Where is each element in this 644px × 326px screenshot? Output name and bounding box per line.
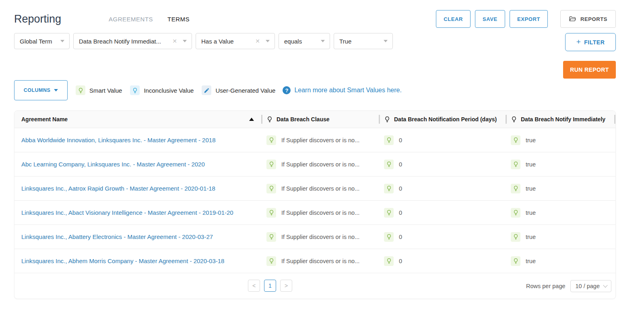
smart-value-icon (511, 208, 520, 218)
agreement-name-link[interactable]: Linksquares Inc., Aatrox Rapid Growth - … (21, 185, 215, 192)
top-bar: Reporting AGREEMENTS TERMS CLEAR SAVE EX… (14, 0, 616, 28)
data-breach-clause-value: If Supplier discovers or is no... (281, 210, 359, 216)
columns-button-label: COLUMNS (24, 87, 51, 93)
table-row: Linksquares Inc., Abact Visionary Intell… (14, 201, 615, 225)
tab-agreements[interactable]: AGREEMENTS (109, 16, 153, 23)
filter-select-value: Has a Value (201, 38, 250, 45)
add-filter-label: FILTER (584, 39, 605, 46)
agreement-name-link[interactable]: Abc Learning Company, Linksquares Inc. -… (21, 161, 205, 168)
notification-period-value: 0 (399, 137, 402, 143)
lightbulb-icon (76, 85, 85, 95)
add-filter-button[interactable]: FILTER (565, 33, 616, 51)
legend-item-label: Inconclusive Value (144, 87, 194, 94)
save-button[interactable]: SAVE (475, 10, 505, 28)
filter-select-4[interactable]: True (334, 33, 393, 49)
column-header-3[interactable]: Data Breach Notify Immediately (506, 111, 615, 128)
smart-value-icon (384, 256, 394, 266)
column-header-label: Data Breach Notification Period (days) (394, 116, 497, 123)
rows-per-page: Rows per page 10 / page (526, 280, 615, 292)
table-row: Linksquares Inc., Aatrox Rapid Growth - … (14, 176, 615, 201)
chevron-down-icon (54, 89, 58, 91)
filter-selects: Global TermData Breach Notify Immediat..… (14, 33, 393, 49)
agreement-name-link[interactable]: Linksquares Inc., Abhem Morris Company -… (21, 257, 224, 264)
table-row: Linksquares Inc., Abhem Morris Company -… (14, 249, 615, 273)
folder-open-icon (569, 15, 576, 23)
smart-value-icon (511, 232, 520, 242)
prev-page-button[interactable]: < (248, 280, 260, 292)
learn-more-link[interactable]: Learn more about Smart Values here. (283, 86, 402, 94)
table-footer: < 1 > Rows per page 10 / page (14, 273, 615, 299)
page-size-select[interactable]: 10 / page (570, 280, 611, 292)
filter-select-value: Global Term (20, 38, 55, 45)
column-header-label: Agreement Name (21, 116, 68, 123)
notification-period-value: 0 (399, 210, 402, 216)
legend-item: Inconclusive Value (130, 85, 194, 95)
smart-value-icon (384, 160, 394, 169)
tab-terms[interactable]: TERMS (167, 16, 190, 23)
data-breach-clause-value: If Supplier discovers or is no... (281, 161, 359, 168)
smart-value-icon (384, 232, 394, 242)
chevron-down-icon (603, 283, 607, 287)
pencil-icon (202, 85, 211, 95)
column-header-label: Data Breach Clause (277, 116, 330, 123)
lightbulb-icon (266, 116, 273, 123)
page-title: Reporting (14, 13, 61, 25)
notify-immediately-value: true (526, 137, 536, 143)
agreement-name-link[interactable]: Linksquares Inc., Abact Visionary Intell… (21, 209, 233, 216)
column-header-0[interactable]: Agreement Name (14, 111, 261, 128)
notify-immediately-value: true (526, 161, 536, 168)
notification-period-value: 0 (399, 161, 402, 168)
smart-value-icon (384, 208, 394, 218)
filter-select-value: Data Breach Notify Immediat... (79, 38, 167, 45)
clear-filter-icon[interactable] (172, 38, 177, 44)
top-actions: CLEAR SAVE EXPORT REPORTS (436, 10, 616, 28)
table-row: Abc Learning Company, Linksquares Inc. -… (14, 152, 615, 176)
lightbulb-icon (511, 116, 517, 123)
chevron-down-icon (321, 40, 325, 42)
filter-row: Global TermData Breach Notify Immediat..… (14, 33, 616, 51)
filter-select-2[interactable]: Has a Value (196, 33, 275, 49)
data-breach-clause-value: If Supplier discovers or is no... (281, 258, 359, 264)
rows-per-page-label: Rows per page (526, 283, 566, 289)
column-header-1[interactable]: Data Breach Clause (261, 111, 379, 128)
sort-ascending-icon[interactable] (249, 118, 254, 121)
chevron-down-icon (266, 40, 270, 42)
page-1-button[interactable]: 1 (264, 280, 276, 292)
notify-immediately-value: true (526, 234, 536, 240)
lightbulb-icon (384, 116, 390, 123)
column-header-2[interactable]: Data Breach Notification Period (days) (379, 111, 506, 128)
help-icon (283, 86, 291, 94)
columns-button[interactable]: COLUMNS (14, 80, 68, 100)
clear-filter-icon[interactable] (255, 38, 260, 44)
clear-button[interactable]: CLEAR (436, 10, 471, 28)
filter-select-0[interactable]: Global Term (14, 33, 70, 49)
smart-value-icon (511, 135, 520, 145)
smart-value-icon (511, 160, 520, 169)
next-page-button[interactable]: > (280, 280, 292, 292)
page-size-value: 10 / page (576, 283, 600, 289)
column-header-label: Data Breach Notify Immediately (521, 116, 605, 123)
table-row: Linksquares Inc., Abattery Electronics -… (14, 225, 615, 249)
smart-value-icon (266, 135, 276, 145)
export-button[interactable]: EXPORT (510, 10, 548, 28)
filter-select-value: True (339, 38, 378, 45)
learn-more-text: Learn more about Smart Values here. (294, 87, 402, 94)
notify-immediately-value: true (526, 210, 536, 216)
filter-select-1[interactable]: Data Breach Notify Immediat... (73, 33, 192, 49)
smart-value-icon (266, 256, 276, 266)
value-type-legend: Smart Value Inconclusive Value User-Gene… (76, 85, 275, 95)
notify-immediately-value: true (526, 185, 536, 192)
smart-value-icon (384, 184, 394, 193)
run-report-button[interactable]: RUN REPORT (563, 61, 616, 79)
agreement-name-link[interactable]: Abba Worldwide Innovation, Linksquares I… (21, 137, 215, 143)
chevron-down-icon (60, 40, 64, 42)
notify-immediately-value: true (526, 258, 536, 264)
reports-button[interactable]: REPORTS (560, 10, 616, 28)
agreement-name-link[interactable]: Linksquares Inc., Abattery Electronics -… (21, 233, 213, 240)
table-body: Abba Worldwide Innovation, Linksquares I… (14, 128, 615, 273)
filter-select-3[interactable]: equals (279, 33, 330, 49)
smart-value-icon (266, 184, 276, 193)
notification-period-value: 0 (399, 234, 402, 240)
legend-item: User-Generated Value (202, 85, 275, 95)
smart-value-icon (266, 232, 276, 242)
